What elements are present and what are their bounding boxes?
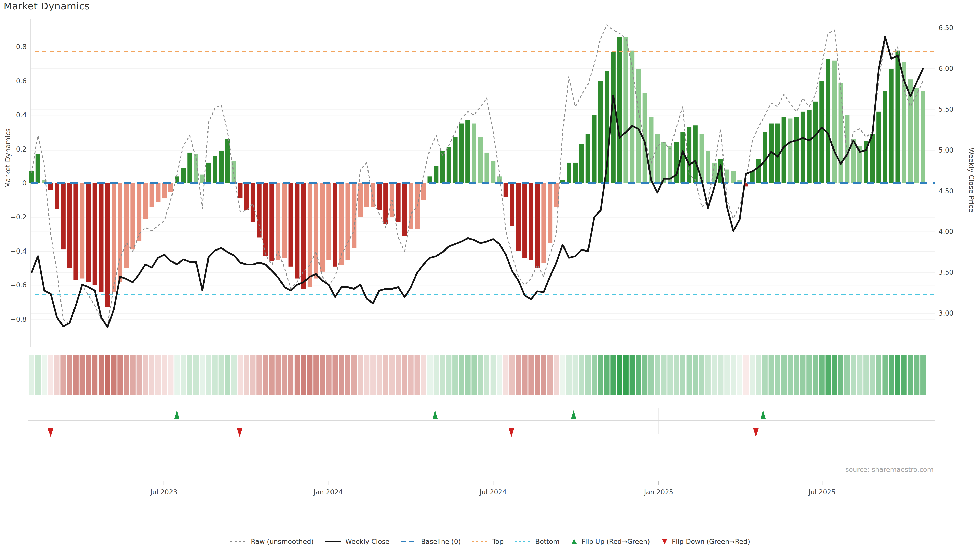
heatmap-cell [168,355,173,395]
heatmap-cell [611,355,616,395]
heatmap-cell [111,355,117,395]
dynamics-bar [61,183,65,249]
heatmap-cell [920,355,926,395]
dynamics-bar [813,102,818,183]
dynamics-bar [99,183,103,292]
dynamics-bar [396,183,401,222]
dynamics-bar [269,183,274,262]
heatmap-cell [788,355,793,395]
flip-up-marker [174,410,180,419]
heatmap-cell [370,355,375,395]
dynamics-bar [289,183,293,267]
heatmap-cell [649,355,654,395]
heatmap-cell [687,355,692,395]
flip-down-marker [237,428,242,437]
dynamics-bar [130,183,135,249]
heatmap-cell [263,355,268,395]
left-tick-label: 0.6 [16,77,27,85]
heatmap-cell [427,355,433,395]
heatmap-cell [819,355,824,395]
heatmap-cell [60,355,66,395]
dynamics-bar [301,183,306,289]
heatmap-cell [674,355,679,395]
dynamics-bar [440,151,445,183]
heatmap-cell [156,355,161,395]
heatmap-cell [775,355,780,395]
heatmap-cell [377,355,382,395]
dynamics-bar [93,183,97,285]
right-tick-label: 5.50 [939,106,953,113]
heatmap-cell [680,355,686,395]
heatmap-cell [396,355,401,395]
heatmap-cell [731,355,736,395]
dynamics-bar [162,183,167,198]
heatmap-cell [212,355,218,395]
dynamics-bar [516,183,520,251]
heatmap-cell [503,355,508,395]
x-tick-label: Jul 2024 [479,488,507,496]
heatmap-cell [80,355,85,395]
dynamics-bar [706,151,710,183]
dynamics-bar [497,176,502,183]
heatmap-cell [573,355,578,395]
heatmap-cell [870,355,875,395]
heatmap-cell [434,355,439,395]
raw-icon [230,538,247,545]
heatmap-cell [48,355,53,395]
heatmap-cell [876,355,881,395]
heatmap-cell [813,355,818,395]
heatmap-cell [800,355,805,395]
dynamics-bar [320,183,325,272]
heatmap-cell [459,355,464,395]
heatmap-cell [838,355,843,395]
dynamics-bar [339,183,344,265]
dynamics-bar [169,183,173,192]
heatmap-cell [86,355,91,395]
dynamics-bar [586,134,590,183]
legend: Raw (unsmoothed)Weekly CloseBaseline (0)… [0,538,980,545]
heatmap-cell [320,355,325,395]
legend-label: Flip Up (Red→Green) [582,538,650,545]
heatmap-cell [275,355,281,395]
legend-item-bottom: Bottom [514,538,559,545]
heatmap-cell [560,355,565,395]
dynamics-bar [352,183,356,248]
heatmap-cell [408,355,414,395]
heatmap-cell [642,355,648,395]
left-tick-label: 0.2 [16,145,27,153]
dynamics-bar [118,183,123,282]
dynamics-bar [529,183,533,260]
dynamics-bar [870,134,875,183]
dynamics-bar [276,183,280,260]
dynamics-bar [200,175,205,183]
heatmap-cell [636,355,641,395]
dynamics-bar [150,183,154,207]
dynamics-bar [819,81,824,183]
dynamics-bar [636,69,641,183]
heatmap-cell [490,355,496,395]
legend-label: Baseline (0) [421,538,461,545]
legend-item-flip-down: Flip Down (Green→Red) [661,538,750,545]
heatmap-cell [118,355,123,395]
heatmap-cell [181,355,186,395]
heatmap-cell [592,355,597,395]
heatmap-cell [352,355,357,395]
dynamics-bar [73,183,78,280]
heatmap-cell [749,355,755,395]
dynamics-bar [251,183,255,222]
heatmap-cell [737,355,742,395]
heatmap-cell [446,355,452,395]
dynamics-bar [364,183,369,207]
dynamics-bar [156,183,160,202]
heatmap-cell [130,355,135,395]
heatmap-cell [358,355,363,395]
dynamics-bar [36,154,40,183]
dynamics-bar [219,151,224,183]
dynamics-bar [491,161,495,183]
dynamics-bar [800,112,805,183]
flip-down-marker [509,428,514,437]
heatmap-cell [509,355,515,395]
right-tick-label: 3.50 [939,268,953,276]
dynamics-bar [655,134,660,183]
flip-up-marker [571,410,576,419]
